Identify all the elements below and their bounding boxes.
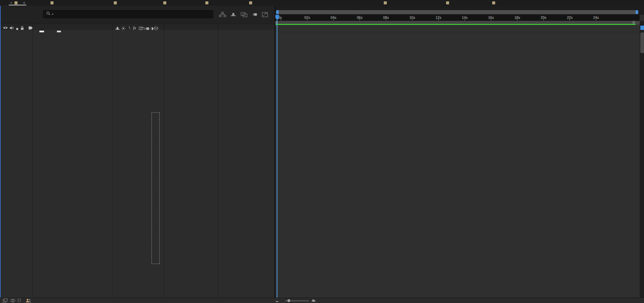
cached-frames-indicator [275, 24, 636, 25]
tab-menu-icon[interactable]: ≡ [23, 1, 25, 5]
tab-color-square [163, 1, 166, 4]
tab-s-tier[interactable] [163, 0, 168, 5]
tab-color-square [384, 1, 387, 4]
motion-blur-icon[interactable] [250, 11, 259, 18]
tab-color-square [446, 1, 449, 4]
zoom-in-mountain-icon[interactable] [311, 298, 316, 303]
navigator-right-handle[interactable] [636, 10, 638, 14]
layer-list [0, 32, 274, 298]
time-ruler[interactable]: 0s02s04s06s08s10s12s14s16s18s20s22s24s [275, 15, 640, 21]
search-box[interactable] [43, 10, 213, 18]
timeline-left-panel: \fx [0, 6, 274, 298]
timeline-navigator-bar[interactable] [276, 10, 638, 14]
panel-focus-edge [0, 6, 1, 298]
composition-tab-bar: ×≡ [0, 0, 644, 6]
tab-color-square [492, 1, 495, 4]
expand-transfer-modes-icon[interactable] [10, 298, 15, 303]
tab-color-square [50, 1, 54, 4]
expand-render-time-icon[interactable] [26, 298, 31, 303]
scrollbar-thumb[interactable] [640, 32, 644, 53]
zoom-slider-thumb[interactable] [287, 299, 290, 302]
tab-color-square [14, 1, 18, 4]
tab-clock-scene[interactable] [384, 0, 388, 5]
tab-content-core[interactable] [50, 0, 55, 5]
after-effects-timeline-panel: ×≡ \fx [0, 0, 644, 303]
tab-screenshot-2025-04-20-at-12-57-00-png-comp-1[interactable] [249, 0, 254, 5]
navigator-left-handle[interactable] [276, 10, 279, 14]
tab-clock[interactable] [492, 0, 497, 5]
search-filter-chevron-icon[interactable] [52, 14, 54, 15]
timeline-zoom-control [275, 298, 323, 303]
tab-color-square [205, 1, 208, 4]
expand-layer-switches-icon[interactable] [3, 298, 8, 303]
scrollbar-top-marker[interactable] [640, 26, 644, 30]
timeline-track-area: 0s02s04s06s08s10s12s14s16s18s20s22s24s [274, 6, 644, 298]
tab-close-icon[interactable]: × [10, 1, 12, 5]
tab-color-square [114, 1, 117, 4]
search-input[interactable] [56, 12, 198, 16]
graph-editor-icon[interactable] [261, 11, 269, 18]
zoom-out-mountains-icon[interactable] [275, 299, 279, 303]
hide-shy-layers-icon[interactable] [229, 11, 238, 18]
tab-google-page[interactable] [205, 0, 210, 5]
layer-bar-lanes [275, 32, 640, 298]
expand-in-out-icon[interactable]: { } [18, 298, 21, 302]
vertical-scrollbar[interactable] [640, 21, 644, 298]
tab-pre-comp-3[interactable] [446, 0, 451, 5]
bottom-status-bar: { } [0, 298, 644, 303]
composition-mini-flowchart-icon[interactable] [218, 11, 227, 18]
frame-blending-icon[interactable] [240, 11, 248, 18]
search-icon [46, 11, 51, 17]
tab-angle-2[interactable] [114, 0, 118, 5]
tab-main[interactable]: ×≡ [10, 0, 25, 5]
tab-color-square [249, 1, 252, 4]
partial-layer-lane [275, 25, 640, 32]
playhead-line[interactable] [277, 15, 277, 298]
